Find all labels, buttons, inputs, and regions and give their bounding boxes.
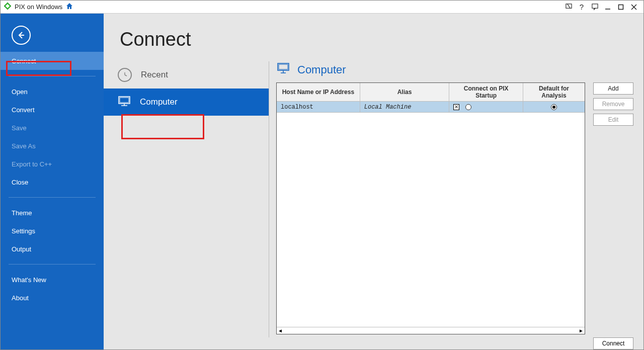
sidebar-item-settings[interactable]: Settings (1, 222, 104, 240)
sidebar-item-theme[interactable]: Theme (1, 204, 104, 222)
sidebar-item-label: About (12, 294, 29, 302)
sidebar-item-open[interactable]: Open (1, 82, 104, 101)
sidebar-item-close[interactable]: Close (1, 173, 104, 191)
cell-default[interactable] (523, 102, 585, 113)
svg-rect-4 (592, 4, 597, 8)
table-row[interactable]: localhost Local Machine ✕ (277, 102, 585, 113)
sidebar-item-label: Theme (12, 209, 32, 217)
feedback-icon[interactable] (562, 1, 575, 13)
subnav: Recent Computer (104, 61, 269, 349)
home-icon[interactable] (65, 2, 73, 12)
sidebar-item-label: Output (12, 245, 31, 253)
sidebar-item-label: Settings (12, 227, 35, 235)
scroll-left-icon[interactable]: ◄ (278, 328, 283, 333)
divider (9, 264, 96, 265)
main-content: Connect Recent Computer (104, 14, 643, 349)
minimize-button[interactable] (601, 1, 614, 13)
sidebar-item-label: Close (12, 179, 28, 186)
nav-item-computer[interactable]: Computer (104, 89, 269, 116)
sidebar-item-save[interactable]: Save (1, 119, 104, 137)
cell-startup[interactable]: ✕ (449, 102, 523, 113)
back-button[interactable] (12, 26, 31, 45)
cell-host: localhost (277, 102, 360, 113)
close-button[interactable] (627, 1, 640, 13)
svg-line-3 (567, 4, 570, 8)
sidebar-item-connect[interactable]: Connect (1, 52, 104, 70)
sidebar-item-label: Save As (12, 142, 36, 150)
divider (9, 197, 96, 198)
remove-button[interactable]: Remove (593, 98, 633, 110)
sidebar-item-about[interactable]: About (1, 289, 104, 307)
horizontal-scrollbar[interactable]: ◄► (277, 327, 585, 334)
vertical-divider (269, 61, 269, 337)
svg-rect-17 (279, 64, 288, 69)
svg-line-11 (125, 75, 127, 76)
sidebar-item-output[interactable]: Output (1, 240, 104, 258)
col-host[interactable]: Host Name or IP Address (277, 83, 360, 102)
maximize-button[interactable] (614, 1, 627, 13)
computer-panel: Computer Host Name or IP Address Alias C… (276, 61, 643, 349)
sidebar-item-label: Convert (12, 106, 35, 114)
computer-icon (276, 62, 290, 77)
col-default[interactable]: Default for Analysis (523, 83, 585, 102)
divider (9, 76, 96, 76)
sidebar: Connect Open Convert Save Save As Export… (1, 14, 104, 349)
svg-rect-13 (120, 98, 129, 103)
col-startup[interactable]: Connect on PIX Startup (449, 83, 523, 102)
sidebar-item-save-as[interactable]: Save As (1, 137, 104, 155)
radio-icon[interactable] (465, 104, 471, 110)
chat-icon[interactable] (588, 1, 601, 13)
edit-button[interactable]: Edit (593, 114, 633, 126)
hosts-table-container: Host Name or IP Address Alias Connect on… (276, 82, 585, 334)
sidebar-item-whats-new[interactable]: What's New (1, 271, 104, 289)
titlebar: PIX on Windows ? (1, 1, 643, 14)
window-title: PIX on Windows (15, 3, 62, 11)
hosts-table: Host Name or IP Address Alias Connect on… (277, 83, 585, 113)
col-alias[interactable]: Alias (360, 83, 449, 102)
sidebar-item-label: What's New (12, 276, 46, 284)
app-logo-icon (4, 2, 12, 12)
sidebar-item-convert[interactable]: Convert (1, 101, 104, 119)
connect-button[interactable]: Connect (593, 337, 633, 349)
sidebar-item-label: Export to C++ (12, 160, 52, 168)
sidebar-item-label: Connect (12, 57, 36, 65)
nav-item-recent[interactable]: Recent (104, 61, 269, 89)
sidebar-item-export-cpp[interactable]: Export to C++ (1, 155, 104, 173)
radio-icon[interactable] (551, 104, 557, 110)
nav-item-label: Recent (141, 70, 168, 80)
table-action-buttons: Add Remove Edit (593, 82, 633, 334)
section-heading-text: Computer (297, 63, 346, 76)
sidebar-item-label: Open (12, 88, 28, 96)
section-heading: Computer (276, 62, 633, 77)
sidebar-item-label: Save (12, 124, 27, 132)
help-icon[interactable]: ? (575, 1, 588, 13)
cell-alias: Local Machine (360, 102, 449, 113)
computer-icon (118, 96, 131, 109)
add-button[interactable]: Add (593, 82, 633, 95)
page-title: Connect (120, 29, 643, 50)
clock-icon (118, 68, 132, 82)
checkbox-icon[interactable]: ✕ (453, 104, 459, 110)
nav-item-label: Computer (140, 97, 178, 107)
svg-rect-6 (619, 5, 623, 9)
scroll-right-icon[interactable]: ► (579, 328, 584, 333)
